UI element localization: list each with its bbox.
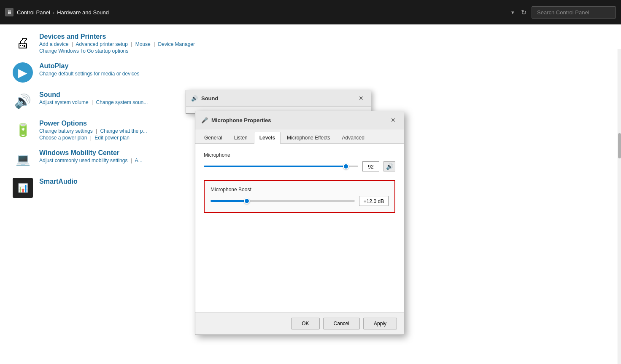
mobility-extra-link[interactable]: A... (135, 158, 143, 163)
power-plan-link[interactable]: Choose a power plan (39, 135, 87, 141)
ok-button[interactable]: OK (291, 318, 319, 329)
boost-slider-fill (211, 200, 247, 202)
microphone-mute-btn[interactable]: 🔊 (383, 161, 395, 171)
devices-icon: 🖨 (13, 33, 33, 53)
mobility-settings-link[interactable]: Adjust commonly used mobility settings (39, 158, 127, 163)
microphone-slider-fill (204, 166, 346, 167)
advanced-printer-link[interactable]: Advanced printer setup (76, 41, 128, 47)
mic-dialog-titlebar: 🎤 Microphone Properties ✕ (195, 111, 404, 129)
tab-listen[interactable]: Listen (229, 132, 253, 143)
microphone-level-section: Microphone 92 🔊 (204, 152, 395, 171)
nav-dropdown-btn[interactable]: ▾ (510, 8, 516, 17)
sound-dialog-close-btn[interactable]: ✕ (356, 94, 366, 103)
sound-icon: 🔊 (13, 91, 33, 111)
power-content: Power Options Change battery settings | … (39, 120, 147, 141)
mobility-icon: 💻 (13, 149, 33, 169)
autoplay-title[interactable]: AutoPlay (39, 62, 139, 70)
titlebar: 🖥 Control Panel › Hardware and Sound ▾ ↻ (0, 0, 621, 24)
power-title[interactable]: Power Options (39, 120, 147, 127)
levels-tab-content: Microphone 92 🔊 Microphone Boost (195, 144, 404, 312)
breadcrumb-current[interactable]: Hardware and Sound (57, 9, 109, 16)
smart-audio-icon: 📊 (13, 178, 33, 198)
cancel-button[interactable]: Cancel (323, 318, 360, 329)
boost-section: Microphone Boost +12.0 dB (204, 180, 395, 213)
boost-level-row: +12.0 dB (211, 196, 389, 206)
devices-content: Devices and Printers Add a device | Adva… (39, 33, 195, 54)
sound-dialog: 🔊 Sound ✕ (186, 90, 371, 114)
mobility-content: Windows Mobility Center Adjust commonly … (39, 149, 143, 163)
devices-links: Add a device | Advanced printer setup | … (39, 41, 195, 47)
sound-content: Sound Adjust system volume | Change syst… (39, 91, 148, 105)
search-input[interactable] (532, 6, 616, 19)
microphone-slider-thumb[interactable] (343, 163, 349, 169)
microphone-value[interactable]: 92 (362, 161, 379, 171)
sound-dialog-title-group: 🔊 Sound (191, 95, 218, 102)
microphone-label: Microphone (204, 152, 395, 158)
tab-levels[interactable]: Levels (254, 132, 281, 144)
nav-controls: ▾ ↻ (510, 6, 616, 19)
mic-tabs: General Listen Levels Microphone Effects… (195, 129, 404, 144)
apply-button[interactable]: Apply (363, 318, 397, 329)
edit-power-plan-link[interactable]: Edit power plan (94, 135, 130, 141)
tab-advanced[interactable]: Advanced (337, 132, 370, 143)
change-sound-link[interactable]: Change system soun... (96, 99, 148, 105)
smart-audio-content: SmartAudio (39, 178, 78, 185)
boost-slider-thumb[interactable] (244, 198, 250, 204)
breadcrumb-sep-1: › (53, 9, 54, 16)
boost-slider-track[interactable] (211, 200, 355, 202)
mic-dialog-icon: 🎤 (201, 117, 208, 123)
mic-dialog-close-btn[interactable]: ✕ (389, 115, 398, 125)
autoplay-default-link[interactable]: Change default settings for media or dev… (39, 71, 139, 77)
battery-settings-link[interactable]: Change battery settings (39, 128, 93, 134)
add-device-link[interactable]: Add a device (39, 41, 68, 47)
sound-dialog-title-text: Sound (201, 95, 218, 102)
tab-effects[interactable]: Microphone Effects (281, 132, 336, 143)
devices-extra-links: Change Windows To Go startup options (39, 48, 195, 54)
cp-section-devices: 🖨 Devices and Printers Add a device | Ad… (13, 33, 608, 54)
nav-refresh-btn[interactable]: ↻ (519, 7, 528, 18)
boost-label: Microphone Boost (211, 187, 389, 193)
main-content: 🖨 Devices and Printers Add a device | Ad… (0, 24, 621, 364)
power-links-2: Choose a power plan | Edit power plan (39, 135, 147, 141)
device-manager-link[interactable]: Device Manager (158, 41, 195, 47)
dialog-buttons: OK Cancel Apply (195, 312, 404, 335)
power-icon: 🔋 (13, 120, 33, 140)
mic-dialog: 🎤 Microphone Properties ✕ General Listen… (195, 111, 404, 335)
smart-audio-title[interactable]: SmartAudio (39, 178, 78, 185)
mic-dialog-body: General Listen Levels Microphone Effects… (195, 129, 404, 335)
scrollbar-thumb[interactable] (618, 133, 621, 158)
autoplay-icon: ▶ (13, 62, 33, 83)
windows-to-go-link[interactable]: Change Windows To Go startup options (39, 48, 128, 54)
sound-links: Adjust system volume | Change system sou… (39, 99, 148, 105)
autoplay-content: AutoPlay Change default settings for med… (39, 62, 139, 77)
microphone-slider-track[interactable] (204, 166, 358, 167)
autoplay-links: Change default settings for media or dev… (39, 71, 139, 77)
boost-value[interactable]: +12.0 dB (359, 196, 389, 206)
devices-title[interactable]: Devices and Printers (39, 33, 195, 40)
mobility-links: Adjust commonly used mobility settings |… (39, 158, 143, 163)
microphone-level-row: 92 🔊 (204, 161, 395, 171)
cp-section-autoplay: ▶ AutoPlay Change default settings for m… (13, 62, 608, 83)
scrollbar[interactable] (618, 49, 621, 364)
mobility-title[interactable]: Windows Mobility Center (39, 149, 143, 157)
sound-title[interactable]: Sound (39, 91, 148, 99)
sound-dialog-icon: 🔊 (191, 95, 198, 102)
breadcrumb: Control Panel › Hardware and Sound (17, 9, 506, 16)
adjust-volume-link[interactable]: Adjust system volume (39, 99, 89, 105)
mic-dialog-title-group: 🎤 Microphone Properties (201, 117, 271, 123)
sound-dialog-titlebar: 🔊 Sound ✕ (186, 90, 371, 107)
power-links: Change battery settings | Change what th… (39, 128, 147, 134)
mic-dialog-title-text: Microphone Properties (211, 117, 271, 123)
breadcrumb-root[interactable]: Control Panel (17, 9, 50, 16)
mouse-link[interactable]: Mouse (135, 41, 151, 47)
app-icon: 🖥 (5, 8, 14, 16)
power-button-link[interactable]: Change what the p... (100, 128, 147, 134)
tab-general[interactable]: General (199, 132, 228, 143)
